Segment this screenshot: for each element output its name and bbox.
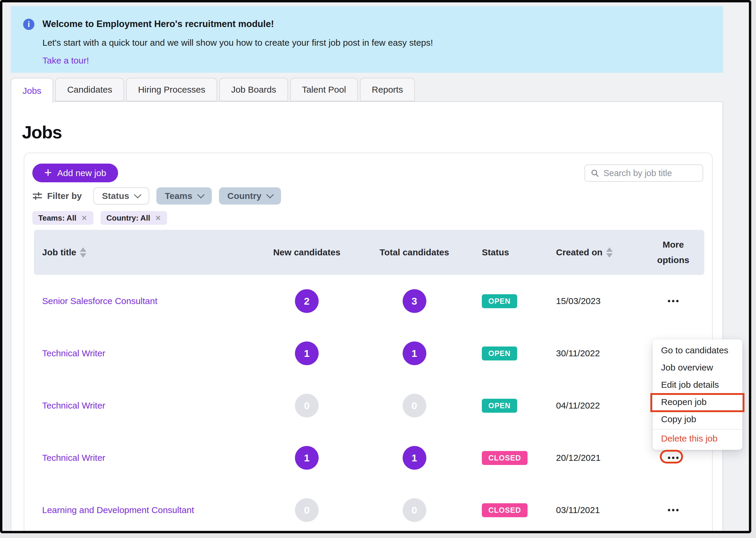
new-candidates-cell: 0	[256, 394, 357, 417]
menu-item-go-to-candidates[interactable]: Go to candidates	[653, 342, 742, 359]
more-options-cell	[642, 289, 704, 313]
dot	[676, 300, 679, 302]
add-new-job-button[interactable]: + Add new job	[32, 164, 118, 182]
welcome-banner: i Welcome to Employment Hero's recruitme…	[11, 6, 723, 73]
filter-by-label: Filter by	[32, 191, 82, 201]
take-a-tour-link[interactable]: Take a tour!	[42, 56, 89, 66]
dot	[676, 509, 679, 511]
job-title-link[interactable]: Technical Writer	[42, 453, 105, 462]
tab-talent-pool[interactable]: Talent Pool	[290, 78, 358, 101]
status-cell: OPEN	[471, 347, 556, 360]
chevron-down-icon	[134, 191, 142, 198]
teams-filter-label: Teams	[165, 191, 192, 201]
more-options-button[interactable]	[642, 498, 704, 522]
total-candidates-cell: 1	[357, 446, 471, 470]
recruitment-module-screen: i Welcome to Employment Hero's recruitme…	[0, 0, 751, 533]
job-title-link[interactable]: Learning and Development Consultant	[42, 505, 194, 515]
sort-icon[interactable]	[606, 247, 613, 258]
total-candidates-badge: 0	[402, 498, 426, 522]
column-header-more-options: More options	[642, 237, 704, 268]
table-row: Learning and Development Consultant00CLO…	[34, 484, 704, 533]
menu-item-reopen-job[interactable]: Reopen job	[653, 394, 742, 411]
created-on-cell: 20/12/2021	[556, 453, 642, 463]
dot	[668, 300, 670, 302]
status-badge: CLOSED	[482, 451, 528, 465]
status-cell: CLOSED	[471, 451, 556, 465]
dot	[668, 509, 670, 511]
info-icon: i	[23, 19, 34, 30]
total-candidates-cell: 1	[357, 342, 471, 365]
chevron-down-icon	[266, 191, 273, 198]
country-filter-label: Country	[227, 191, 261, 201]
jobs-card: + Add new job Filter	[24, 153, 713, 533]
total-candidates-badge: 1	[402, 446, 426, 470]
jobs-tab-panel: Jobs + Add new job	[11, 101, 723, 533]
menu-item-job-overview[interactable]: Job overview	[653, 359, 742, 376]
total-candidates-badge: 3	[402, 289, 426, 313]
column-header-job-title[interactable]: Job title	[34, 247, 256, 258]
created-on-cell: 04/11/2022	[556, 401, 642, 411]
more-options-button[interactable]	[642, 289, 704, 313]
more-options-cell	[642, 498, 704, 522]
dot	[672, 457, 674, 459]
dot	[668, 457, 670, 459]
new-candidates-badge: 0	[295, 394, 319, 417]
created-on-cell: 30/11/2022	[556, 348, 642, 358]
column-header-total-candidates: Total candidates	[357, 247, 471, 257]
filter-bar: Filter by StatusTeamsCountry	[32, 188, 288, 205]
job-title-cell: Learning and Development Consultant	[34, 505, 256, 515]
filter-by-text: Filter by	[47, 191, 82, 201]
menu-item-edit-job-details[interactable]: Edit job details	[653, 376, 742, 394]
status-filter-dropdown[interactable]: Status	[93, 188, 150, 205]
new-candidates-badge: 0	[295, 498, 319, 522]
new-candidates-badge: 1	[295, 446, 319, 470]
table-row: Technical Writer11OPEN30/11/2022	[34, 327, 704, 379]
banner-subtitle: Let's start with a quick tour and we wil…	[42, 38, 433, 48]
menu-item-copy-job[interactable]: Copy job	[653, 411, 742, 428]
status-cell: OPEN	[471, 294, 556, 308]
tab-job-boards[interactable]: Job Boards	[219, 78, 288, 101]
total-candidates-cell: 0	[357, 498, 471, 522]
status-badge: OPEN	[482, 399, 517, 413]
filter-chip-label: Country: All	[107, 213, 150, 223]
menu-item-delete-this-job[interactable]: Delete this job	[653, 429, 742, 448]
banner-title: Welcome to Employment Hero's recruitment…	[42, 19, 274, 29]
job-title-cell: Senior Salesforce Consultant	[34, 296, 256, 306]
job-title-link[interactable]: Technical Writer	[42, 348, 105, 358]
country-filter-dropdown[interactable]: Country	[219, 188, 281, 205]
filter-chip-label: Teams: All	[38, 213, 76, 223]
module-tabs: JobsCandidatesHiring ProcessesJob Boards…	[11, 78, 415, 103]
status-cell: OPEN	[471, 399, 556, 413]
row-context-menu: Go to candidatesJob overviewEdit job det…	[653, 339, 742, 450]
remove-chip-icon[interactable]: ✕	[155, 214, 161, 222]
filter-sliders-icon	[32, 191, 42, 201]
column-header-new-candidates: New candidates	[256, 247, 357, 257]
tab-candidates[interactable]: Candidates	[55, 78, 124, 101]
tab-hiring-processes[interactable]: Hiring Processes	[126, 78, 217, 101]
jobs-table: Job title New candidates Total candidate…	[34, 230, 704, 533]
tab-reports[interactable]: Reports	[360, 78, 415, 101]
new-candidates-cell: 1	[256, 446, 357, 470]
table-row: Senior Salesforce Consultant23OPEN15/03/…	[34, 275, 704, 327]
column-header-created-on[interactable]: Created on	[556, 247, 642, 258]
job-title-link[interactable]: Technical Writer	[42, 401, 105, 410]
table-row: Technical Writer11CLOSED20/12/2021	[34, 432, 704, 484]
filter-chip: Teams: All✕	[32, 211, 93, 225]
search-input[interactable]	[603, 168, 697, 178]
remove-chip-icon[interactable]: ✕	[81, 214, 87, 222]
sort-icon[interactable]	[80, 247, 86, 258]
status-filter-label: Status	[102, 191, 129, 201]
dot	[672, 509, 674, 511]
job-title-cell: Technical Writer	[34, 453, 256, 463]
teams-filter-dropdown[interactable]: Teams	[156, 188, 212, 205]
status-cell: CLOSED	[471, 503, 556, 517]
new-candidates-cell: 2	[256, 289, 357, 313]
new-candidates-badge: 2	[295, 289, 319, 313]
job-title-cell: Technical Writer	[34, 401, 256, 411]
tab-jobs[interactable]: Jobs	[11, 78, 53, 103]
created-on-cell: 03/11/2021	[556, 505, 642, 515]
column-header-status: Status	[471, 247, 556, 257]
total-candidates-cell: 3	[357, 289, 471, 313]
job-title-link[interactable]: Senior Salesforce Consultant	[42, 296, 158, 306]
total-candidates-badge: 1	[402, 342, 426, 365]
